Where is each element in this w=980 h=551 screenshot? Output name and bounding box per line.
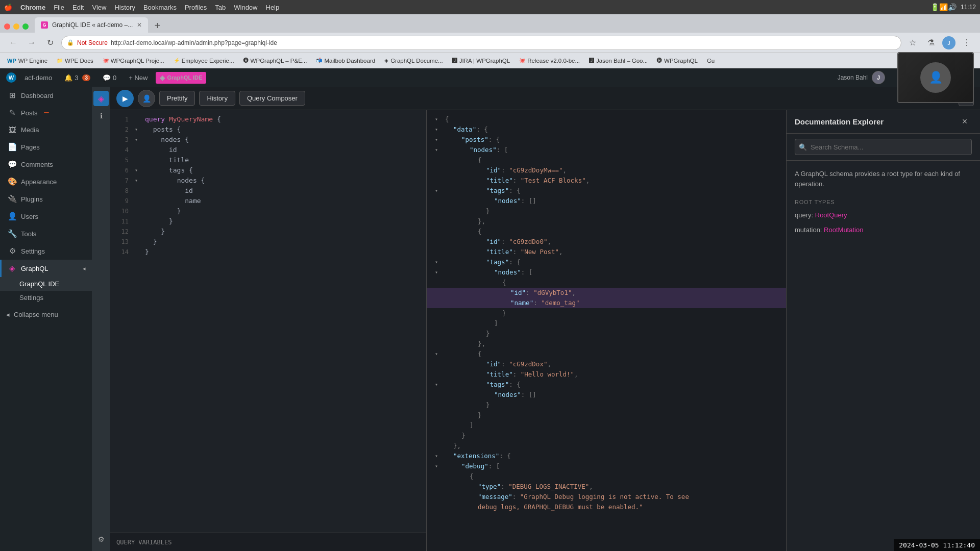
sidebar-item-comments[interactable]: 💬 Comments	[0, 156, 92, 173]
sidebar-sub-graphql-ide[interactable]: GraphQL IDE	[0, 277, 92, 291]
more-btn[interactable]: ⋮	[960, 36, 974, 50]
sidebar-item-dashboard[interactable]: ⊞ Dashboard	[0, 87, 92, 104]
sidebar-sub-label-ide: GraphQL IDE	[19, 280, 59, 288]
doc-explorer-close-btn[interactable]: ×	[958, 115, 972, 129]
result-line-29: }	[427, 410, 786, 420]
adminbar-comments[interactable]: 💬 0	[99, 72, 120, 84]
bookmark-jason[interactable]: 🅹 Jason Bahl – Goo...	[586, 57, 651, 65]
composer-btn[interactable]: Query Composer	[239, 91, 305, 106]
adminbar-new[interactable]: + New	[125, 72, 152, 84]
forward-btn[interactable]: →	[24, 36, 39, 50]
doc-search-input[interactable]	[795, 139, 972, 155]
menu-tab[interactable]: Tab	[215, 4, 226, 11]
bookmark-wpe-docs[interactable]: 📁 WPE Docs	[54, 57, 96, 65]
chrome-labs-btn[interactable]: ⚗	[924, 36, 938, 50]
doc-type-query: query: RootQuery	[795, 210, 972, 221]
browser-tab[interactable]: G GraphiQL IDE « acf-demo –... ✕	[35, 17, 148, 33]
graphiql-editors: 1 query MyQueryName { 2 ▾ posts { 3	[110, 110, 980, 551]
site-name[interactable]: acf-demo	[24, 74, 52, 82]
appearance-icon: 🎨	[8, 177, 17, 186]
doc-mutation-link[interactable]: RootMutation	[824, 226, 863, 234]
bookmark-graphql-docs[interactable]: ◈ GraphQL Docume...	[381, 57, 446, 65]
users-icon: 👤	[8, 212, 17, 221]
bookmark-jira[interactable]: 🅹 JIRA | WPGraphQL	[449, 57, 513, 65]
collapse-menu-btn[interactable]: ◂ Collapse menu	[0, 305, 92, 324]
sidebar-item-pages[interactable]: 📄 Pages	[0, 138, 92, 156]
minimize-btn[interactable]	[13, 23, 19, 30]
back-btn[interactable]: ←	[6, 36, 20, 50]
sidebar-sub-graphql-settings[interactable]: Settings	[0, 291, 92, 305]
code-line-6: 6 ▾ tags {	[110, 165, 426, 176]
history-btn[interactable]: History	[199, 91, 235, 106]
wp-sidebar: ⊞ Dashboard ✎ Posts 🖼 Media 📄 Pages 💬 Co…	[0, 87, 92, 551]
strip-icon-settings[interactable]: ⚙	[93, 532, 109, 547]
bookmark-wpgraphql-proje[interactable]: 🐙 WPGraphQL Proje...	[100, 57, 167, 65]
code-line-7: 7 ▾ nodes {	[110, 176, 426, 186]
tab-title: GraphiQL IDE « acf-demo –...	[52, 21, 133, 29]
bookmark-star-btn[interactable]: ☆	[905, 36, 920, 50]
adminbar-graphql[interactable]: ◈ GraphQL IDE	[156, 72, 206, 84]
strip-icon-graphiql[interactable]: ◈	[93, 91, 109, 106]
bookmark-wpgraphql[interactable]: 🅦 WPGraphQL	[654, 57, 701, 65]
menu-window[interactable]: Window	[234, 4, 257, 11]
menu-history[interactable]: History	[114, 4, 135, 11]
code-line-2: 2 ▾ posts {	[110, 124, 426, 135]
address-bar[interactable]: 🔒 Not Secure http://acf-demo.local/wp-ad…	[61, 36, 901, 50]
menu-help[interactable]: Help	[266, 4, 280, 11]
bookmark-wpgraphql-pe[interactable]: 🅦 WPGraphQL – P&E...	[240, 57, 310, 65]
code-line-4: 4 id	[110, 145, 426, 155]
menu-edit[interactable]: Edit	[72, 4, 84, 11]
results-panel[interactable]: ▾ { ▾ "data": { ▾ "posts": { ▾	[427, 110, 786, 551]
bookmark-release[interactable]: 🐙 Release v2.0.0-be...	[516, 57, 583, 65]
menu-bookmarks[interactable]: Bookmarks	[143, 4, 177, 11]
sidebar-item-plugins[interactable]: 🔌 Plugins	[0, 190, 92, 208]
sidebar-item-posts[interactable]: ✎ Posts	[0, 104, 92, 121]
strip-icon-info[interactable]: ℹ	[93, 108, 109, 123]
maximize-btn[interactable]	[22, 23, 29, 30]
prettify-btn[interactable]: Prettify	[159, 91, 195, 106]
bookmark-employee[interactable]: ⚡ Employee Experie...	[170, 57, 237, 65]
sidebar-item-tools[interactable]: 🔧 Tools	[0, 225, 92, 242]
settings-icon: ⚙	[8, 246, 17, 256]
sidebar-item-media[interactable]: 🖼 Media	[0, 121, 92, 138]
search-icon: 🔍	[799, 143, 807, 151]
browser-chrome: G GraphiQL IDE « acf-demo –... ✕ + ← → ↻…	[0, 14, 980, 68]
query-editor[interactable]: 1 query MyQueryName { 2 ▾ posts { 3	[110, 110, 427, 551]
sidebar-item-settings[interactable]: ⚙ Settings	[0, 242, 92, 260]
profile-btn[interactable]: J	[942, 36, 955, 49]
adminbar-notifications[interactable]: 🔔 3 3	[60, 72, 94, 84]
graphql-icon: ◈	[8, 264, 17, 273]
new-tab-btn[interactable]: +	[150, 18, 164, 33]
collapse-label: Collapse menu	[14, 311, 58, 318]
menu-profiles[interactable]: Profiles	[185, 4, 207, 11]
sidebar-sub-label-settings: Settings	[19, 294, 43, 302]
sidebar-label-users: Users	[21, 213, 38, 220]
result-line-25: "title": "Hello world!",	[427, 369, 786, 380]
user-profile-btn[interactable]: 👤	[138, 90, 155, 107]
close-window-btn[interactable]	[4, 23, 10, 30]
doc-query-link[interactable]: RootQuery	[815, 211, 847, 219]
security-label: Not Secure	[77, 39, 108, 46]
bookmarks-bar: WP WP Engine 📁 WPE Docs 🐙 WPGraphQL Proj…	[0, 53, 980, 68]
bookmark-gu[interactable]: Gu	[704, 57, 718, 65]
sidebar-label-plugins: Plugins	[21, 195, 43, 203]
query-variables-bar[interactable]: QUERY VARIABLES	[110, 533, 426, 551]
sidebar-item-users[interactable]: 👤 Users	[0, 208, 92, 225]
run-query-btn[interactable]: ▶	[116, 90, 134, 107]
bookmark-mailbob[interactable]: 📬 Mailbob Dashboard	[313, 57, 378, 65]
result-line-12: "id": "cG9zdDo0",	[427, 237, 786, 247]
sidebar-item-appearance[interactable]: 🎨 Appearance	[0, 173, 92, 190]
doc-explorer: Documentation Explorer × 🔍 A GraphQL sch…	[786, 110, 980, 551]
result-line-33: ▾ "extensions": {	[427, 451, 786, 461]
tab-close-btn[interactable]: ✕	[137, 21, 142, 29]
sidebar-item-graphql[interactable]: ◈ GraphQL ◂	[0, 260, 92, 277]
menu-file[interactable]: File	[54, 4, 64, 11]
result-line-24: "id": "cG9zdDox",	[427, 359, 786, 369]
user-avatar[interactable]: J	[872, 71, 885, 84]
menu-view[interactable]: View	[92, 4, 106, 11]
result-line-20: ]	[427, 318, 786, 329]
timestamp: 2024-03-05 11:12:40	[894, 539, 980, 551]
wp-logo[interactable]: W	[6, 72, 16, 83]
bookmark-wp-engine[interactable]: WP WP Engine	[4, 57, 51, 65]
refresh-btn[interactable]: ↻	[43, 36, 57, 50]
